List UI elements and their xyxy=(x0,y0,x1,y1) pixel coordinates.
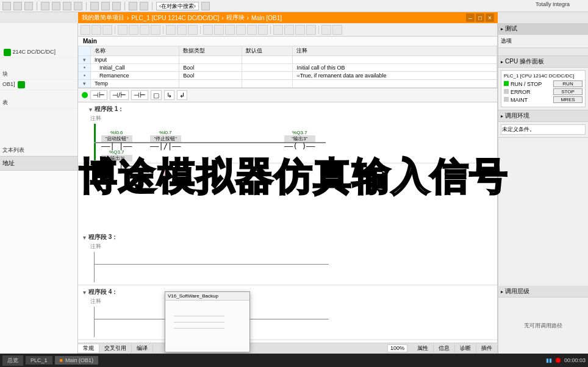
tab-diagnostics[interactable]: 诊断 xyxy=(455,344,476,352)
taskbar-preview[interactable]: V16_SoftWare_Backup xyxy=(165,291,250,352)
tree-table[interactable]: 表 xyxy=(0,98,77,109)
breadcrumb-folder[interactable]: 程序块 xyxy=(226,13,245,22)
network-1: ▾程序段 1： 注释 %I0.6 "启动按钮" ––| |–– %I0.7 "停… xyxy=(78,102,497,163)
editor-btn[interactable] xyxy=(166,25,176,35)
editor-btn[interactable] xyxy=(214,25,224,35)
col-comment[interactable]: 注释 xyxy=(293,46,497,56)
coil-output[interactable]: %Q3.7 "输出3" ––( )–– xyxy=(284,130,315,151)
record-icon[interactable] xyxy=(556,358,561,363)
editor-btn[interactable] xyxy=(273,25,283,35)
contact-nc-btn[interactable]: ⊣/⊢ xyxy=(110,90,129,100)
tab-plugins[interactable]: 插件 xyxy=(476,344,498,352)
breadcrumb-block[interactable]: Main [OB1] xyxy=(251,15,282,21)
contact-branch[interactable]: %Q3.7 "输出3" ––| |–– xyxy=(101,149,132,170)
tab-crossref[interactable]: 交叉引用 xyxy=(99,344,132,352)
taskbar-overview[interactable]: 总览 xyxy=(2,355,23,366)
col-datatype[interactable]: 数据类型 xyxy=(179,46,242,56)
ladder-rung[interactable]: %I0.6 "启动按钮" ––| |–– %I0.7 "停止按钮" ––|/|–… xyxy=(83,124,492,160)
editor-panel: Main 名称 数据类型 默认值 注释 ▾Input •Initial_Call… xyxy=(78,23,498,355)
toolbar-btn[interactable] xyxy=(13,2,22,10)
zoom-level[interactable]: 100% xyxy=(387,344,407,352)
stop-button[interactable]: STOP xyxy=(553,88,583,95)
ladder-toolbar: ⊣⊢ ⊣/⊢ ⊣⊢ ▢ ↳ ↲ xyxy=(78,88,497,102)
tree-textlist[interactable]: 文本列表 xyxy=(0,145,77,156)
toolbar-btn[interactable] xyxy=(41,2,49,10)
contact-no-btn[interactable]: ⊣⊢ xyxy=(90,90,107,100)
run-button[interactable]: RUN xyxy=(553,80,583,87)
tab-properties[interactable]: 属性 xyxy=(412,344,434,352)
col-default[interactable]: 默认值 xyxy=(242,46,293,56)
taskbar-plc[interactable]: PLC_1 xyxy=(26,356,52,365)
breadcrumb-device[interactable]: PLC_1 [CPU 1214C DC/DC/DC] xyxy=(131,15,219,21)
col-name[interactable]: 名称 xyxy=(91,46,179,56)
toolbar-btn[interactable] xyxy=(2,2,11,10)
block-title: Main xyxy=(78,37,497,46)
tab-compile[interactable]: 编译 xyxy=(132,344,153,352)
editor-btn[interactable] xyxy=(236,25,246,35)
table-row[interactable]: •Initial_CallBoolInitial call of this OB xyxy=(79,64,497,72)
editor-btn[interactable] xyxy=(118,25,127,35)
cpu-operator-panel: PLC_1 [CPU 1214C DC/DC/DC] RUN / STOPRUN… xyxy=(501,70,586,107)
pause-icon[interactable]: ▮▮ xyxy=(546,357,552,363)
editor-btn[interactable] xyxy=(81,25,90,35)
editor-btn[interactable] xyxy=(140,25,149,35)
toolbar-btn[interactable] xyxy=(129,2,137,10)
call-env-header[interactable]: 调用环境 xyxy=(498,110,588,122)
editor-btn[interactable] xyxy=(203,25,213,35)
contact-stop[interactable]: %I0.7 "停止按钮" ––|/|–– xyxy=(150,130,181,151)
editor-btn[interactable] xyxy=(332,25,342,35)
tree-cpu[interactable]: 214C DC/DC/DC] xyxy=(0,48,77,58)
toolbar-btn[interactable] xyxy=(74,2,82,10)
tree-blocks[interactable]: 块 xyxy=(0,69,77,80)
editor-btn[interactable] xyxy=(258,25,268,35)
bottom-tabs: 常规 交叉引用 编译 100% 属性 信息 诊断 插件 xyxy=(78,343,498,354)
editor-btn[interactable] xyxy=(295,25,305,35)
toolbar-btn[interactable] xyxy=(63,2,71,10)
breadcrumb-project[interactable]: 我的最简单项目 xyxy=(82,13,124,22)
branch-open-btn[interactable]: ↳ xyxy=(164,90,174,100)
search-dropdown[interactable]: ‹在对象中搜索› xyxy=(156,2,199,10)
editor-btn[interactable] xyxy=(151,25,160,35)
ladder-rung[interactable] xyxy=(83,252,492,282)
taskbar-main[interactable]: ■Main (OB1) xyxy=(55,356,98,365)
editor-btn[interactable] xyxy=(91,25,101,35)
minimize-icon[interactable]: – xyxy=(466,13,475,22)
editor-btn[interactable] xyxy=(102,25,112,35)
table-row[interactable]: ▾Temp xyxy=(79,80,497,88)
editor-btn[interactable] xyxy=(129,25,138,35)
mres-button[interactable]: MRES xyxy=(553,96,583,103)
table-row[interactable]: ▾Input xyxy=(79,56,497,64)
no-call-path-label: 无可用调用路径 xyxy=(498,298,588,354)
editor-btn[interactable] xyxy=(247,25,257,35)
call-hier-header[interactable]: 调用层级 xyxy=(498,286,588,298)
branch-close-btn[interactable]: ↲ xyxy=(177,90,187,100)
call-env-dropdown[interactable]: 未定义条件。 xyxy=(501,124,586,135)
maximize-icon[interactable]: □ xyxy=(476,13,484,22)
coil-btn[interactable]: ⊣⊢ xyxy=(131,90,148,100)
editor-btn[interactable] xyxy=(225,25,235,35)
editor-btn[interactable] xyxy=(321,25,331,35)
editor-btn[interactable] xyxy=(306,25,316,35)
cpu-panel-header[interactable]: CPU 操作面板 xyxy=(498,56,588,68)
tab-info[interactable]: 信息 xyxy=(434,344,455,352)
toolbar-btn[interactable] xyxy=(140,2,148,10)
toolbar-btn[interactable] xyxy=(90,2,99,10)
network-4: ▾程序段 4： 注释 xyxy=(78,285,497,340)
table-row[interactable]: •RemanenceBool=True, if remanent data ar… xyxy=(79,72,497,80)
toolbar-btn[interactable] xyxy=(112,2,121,10)
toolbar-btn[interactable] xyxy=(52,2,60,10)
editor-btn[interactable] xyxy=(284,25,294,35)
tab-general[interactable]: 常规 xyxy=(78,344,99,352)
ladder-rung[interactable] xyxy=(83,307,492,337)
toolbar-btn[interactable] xyxy=(201,2,210,10)
test-header[interactable]: 测试 xyxy=(498,23,588,35)
editor-btn[interactable] xyxy=(188,25,198,35)
editor-btn[interactable] xyxy=(177,25,187,35)
toolbar-btn[interactable] xyxy=(101,2,110,10)
tree-ob1[interactable]: OB1] xyxy=(0,80,77,90)
close-icon[interactable]: × xyxy=(486,13,494,22)
cpu-name: PLC_1 [CPU 1214C DC/DC/DC] xyxy=(504,73,583,79)
toolbar-btn[interactable] xyxy=(24,2,33,10)
box-btn[interactable]: ▢ xyxy=(151,90,162,100)
contact-start[interactable]: %I0.6 "启动按钮" ––| |–– xyxy=(101,130,132,151)
